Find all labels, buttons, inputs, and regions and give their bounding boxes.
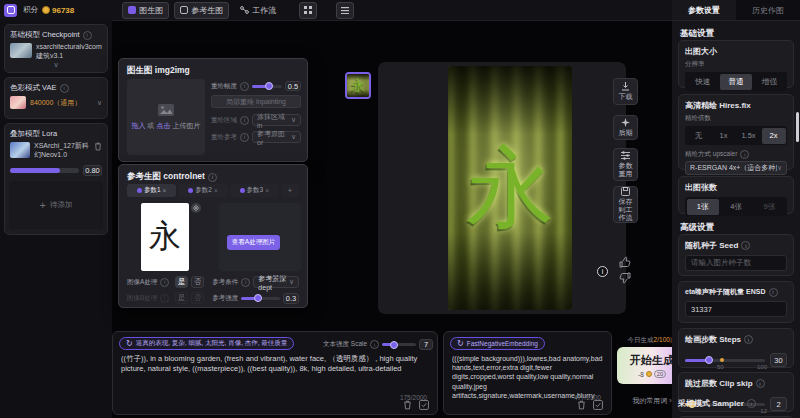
- image-info-button[interactable]: i: [597, 266, 608, 277]
- count-option-1[interactable]: 1张: [687, 199, 719, 215]
- dislike-button[interactable]: [619, 272, 631, 284]
- tab-workflow-label: 工作流: [252, 5, 276, 16]
- seed-input[interactable]: 请输入图片种子数: [685, 255, 787, 271]
- preprocess2-no-button[interactable]: 否: [191, 292, 204, 304]
- controlnet-tab-1[interactable]: 参数1 ×: [127, 184, 176, 197]
- controlnet-tab-3[interactable]: 参数3 ×: [230, 184, 279, 197]
- tab-workflow[interactable]: 工作流: [235, 3, 281, 18]
- upscale-option-1-5x[interactable]: 1.5x: [737, 128, 761, 144]
- controlnet-source-image[interactable]: 永: [141, 203, 189, 271]
- steps-info-icon[interactable]: i: [744, 335, 753, 344]
- upscale-option-2x[interactable]: 2x: [762, 128, 786, 144]
- upscale-factor-segment: 无 1x 1.5x 2x: [685, 126, 787, 145]
- close-icon[interactable]: ×: [265, 187, 269, 194]
- checkpoint-expand[interactable]: ∨: [5, 61, 107, 68]
- reuse-params-label: 参数重用: [618, 162, 634, 178]
- count-option-9[interactable]: 9张: [753, 199, 785, 215]
- positive-prompt-input[interactable]: ((竹子)), in a blooming garden, (fresh and…: [121, 354, 431, 400]
- resolution-option-fast[interactable]: 快速: [687, 74, 719, 90]
- vae-info-icon[interactable]: i: [60, 84, 69, 93]
- save-to-workflow-label: 保存到工作流: [618, 198, 634, 222]
- controlnet-info-icon[interactable]: i: [208, 173, 217, 182]
- clear-prompt-icon[interactable]: [403, 400, 412, 410]
- resolution-label: 分辨率: [685, 60, 787, 69]
- preprocess-yes-button[interactable]: 是: [175, 276, 188, 288]
- upscale-option-1x[interactable]: 1x: [712, 128, 736, 144]
- reference-dropdown[interactable]: 参考原图 or ∨: [252, 131, 301, 143]
- preprocess-info-icon[interactable]: i: [160, 278, 169, 287]
- tab-parameter-settings[interactable]: 参数设置: [672, 0, 736, 20]
- inpainting-label: 局部重绘 inpainting: [226, 97, 286, 107]
- image-size-title: 出图大小: [685, 46, 787, 57]
- postprocess-button[interactable]: 后期: [613, 115, 638, 140]
- coin-icon: [42, 6, 50, 14]
- tab-reference[interactable]: 参考生图: [174, 2, 229, 19]
- clip-skip-info-icon[interactable]: i: [756, 379, 765, 388]
- cn-weight-slider[interactable]: [241, 297, 280, 300]
- region-dropdown[interactable]: 涂抹区域 in ∨: [252, 114, 301, 126]
- translate-chip[interactable]: ↻ 逼真的表现, 复杂, 细腻, 太阳光, 肖像, 杰作, 最佳质量: [119, 337, 294, 350]
- steps-slider[interactable]: 50 100: [685, 359, 765, 362]
- save-to-workflow-button[interactable]: 保存到工作流: [613, 186, 638, 223]
- denoise-slider[interactable]: [252, 85, 282, 88]
- menu-button[interactable]: [336, 2, 354, 19]
- ensd-info-icon[interactable]: i: [769, 288, 778, 297]
- negative-prompt-card: ↻ FastNegativeEmbedding (((simple backgr…: [443, 331, 612, 415]
- generated-image[interactable]: 永: [448, 66, 572, 310]
- reference-info-icon[interactable]: i: [240, 133, 249, 142]
- grid-view-button[interactable]: [299, 2, 317, 19]
- lora-item[interactable]: XSArchi_127新科幻Neov1.0: [5, 142, 107, 159]
- sampler-info-icon[interactable]: i: [747, 399, 756, 408]
- preprocess2-yes-button[interactable]: 是: [175, 292, 188, 304]
- lora-card: 叠加模型 Lora XSArchi_127新科幻Neov1.0 0.80 + 待…: [4, 123, 108, 235]
- inpainting-button[interactable]: 局部重绘 inpainting: [211, 95, 301, 108]
- ensd-input[interactable]: 31337: [685, 301, 787, 317]
- controlnet-tab-3-label: 参数3: [247, 186, 264, 195]
- resolution-option-enhanced[interactable]: 增强: [753, 74, 785, 90]
- download-button[interactable]: 下载: [613, 78, 638, 105]
- denoise-value: 0.5: [285, 81, 301, 91]
- image-settings-button[interactable]: [191, 203, 201, 213]
- upscaler-dropdown[interactable]: R-ESRGAN 4x+（适合多种风 ∨: [685, 161, 787, 175]
- clear-negative-icon[interactable]: [577, 400, 586, 410]
- upscale-option-none[interactable]: 无: [687, 128, 711, 144]
- close-icon[interactable]: ×: [214, 187, 218, 194]
- close-icon[interactable]: ×: [163, 187, 167, 194]
- condition-dropdown[interactable]: 参考景深 dept ∨: [253, 276, 299, 288]
- seed-info-icon[interactable]: i: [741, 241, 750, 250]
- add-controlnet-tab-button[interactable]: +: [281, 184, 299, 197]
- vae-selector[interactable]: 840000（通用） ∨: [5, 96, 107, 109]
- reuse-params-button[interactable]: 参数重用: [613, 148, 638, 181]
- image-upload-dropzone[interactable]: 拖入 或 点击 上传图片: [127, 79, 205, 155]
- scale-info-icon[interactable]: i: [370, 340, 379, 349]
- add-lora-button[interactable]: + 待添加: [9, 181, 103, 229]
- trash-icon[interactable]: [94, 142, 102, 151]
- preprocess-no-button[interactable]: 否: [191, 276, 204, 288]
- tab-img2img[interactable]: 图生图: [122, 2, 169, 19]
- checkpoint-card: 基础模型 Checkpoint i xsarchitecturalv3com建筑…: [4, 24, 108, 73]
- region-info-icon[interactable]: i: [240, 116, 249, 125]
- positive-prompt-card: ↻ 逼真的表现, 复杂, 细腻, 太阳光, 肖像, 杰作, 最佳质量 文本强度 …: [112, 331, 438, 415]
- condition-info-icon[interactable]: i: [241, 278, 250, 287]
- checkpoint-selector[interactable]: xsarchitecturalv3com建筑v3.1: [5, 42, 107, 61]
- like-button[interactable]: [619, 256, 631, 268]
- tab-history[interactable]: 历史作图: [736, 0, 800, 20]
- controlnet-tab-2[interactable]: 参数2 ×: [178, 184, 227, 197]
- app-logo[interactable]: [4, 4, 17, 17]
- settings-scrollbar[interactable]: [796, 112, 799, 142]
- view-preprocess-button[interactable]: 查看A处理图片: [227, 235, 280, 250]
- scale-slider[interactable]: [382, 343, 416, 346]
- save-negative-icon[interactable]: [593, 400, 603, 410]
- checkpoint-info-icon[interactable]: i: [83, 31, 92, 40]
- negative-embedding-chip[interactable]: ↻ FastNegativeEmbedding: [450, 337, 545, 350]
- lora-weight-slider[interactable]: [10, 168, 79, 173]
- denoise-info-icon[interactable]: i: [240, 82, 249, 91]
- ensd-value: 31337: [691, 305, 712, 314]
- save-prompt-icon[interactable]: [419, 400, 429, 410]
- lora-weight-value: 0.80: [83, 165, 102, 176]
- count-option-4[interactable]: 4张: [720, 199, 752, 215]
- result-thumbnail-selected[interactable]: 永: [345, 72, 371, 99]
- cost-badge: 20: [654, 370, 666, 378]
- upscaler-info-icon[interactable]: i: [740, 150, 749, 159]
- resolution-option-normal[interactable]: 普通: [720, 74, 752, 90]
